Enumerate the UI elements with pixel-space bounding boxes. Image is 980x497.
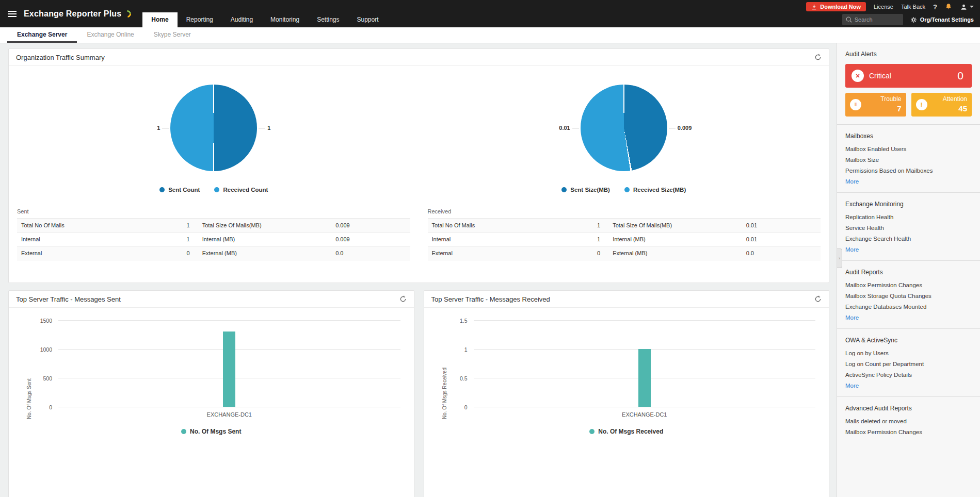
table-title: Received bbox=[428, 208, 821, 214]
trouble-count: 7 bbox=[880, 104, 901, 114]
sidebar-link[interactable]: Mailbox Permission Changes bbox=[845, 282, 972, 288]
table-row: External 0 External (MB) 0.0 bbox=[428, 246, 821, 260]
nav-tab-auditing[interactable]: Auditing bbox=[222, 12, 262, 27]
more-link[interactable]: More bbox=[845, 246, 972, 253]
app-window: Exchange Reporter Plus Home Reporting Au… bbox=[0, 0, 980, 497]
topbar-right: Download Now License Talk Back ? bbox=[806, 0, 980, 27]
pie-value-label: 0.01 bbox=[559, 125, 570, 131]
license-link[interactable]: License bbox=[874, 4, 893, 10]
subtab-exchange-server[interactable]: Exchange Server bbox=[7, 27, 77, 43]
subtab-skype-server[interactable]: Skype Server bbox=[144, 27, 201, 43]
sidebar-section-advanced-audit-reports: Advanced Audit Reports Mails deleted or … bbox=[845, 405, 972, 435]
sent-size-dot bbox=[561, 187, 567, 192]
nav-tab-reporting[interactable]: Reporting bbox=[178, 12, 222, 27]
help-icon[interactable]: ? bbox=[933, 3, 937, 11]
gridline: 1.5 bbox=[474, 320, 816, 321]
pie-value-label: 1 bbox=[267, 125, 270, 131]
gridline: 1500 bbox=[58, 320, 400, 321]
sidebar-link[interactable]: Permissions Based on Mailboxes bbox=[845, 168, 972, 174]
y-tick-label: 0 bbox=[49, 404, 52, 410]
critical-count: 0 bbox=[957, 70, 966, 82]
panel-title: Organization Traffic Summary bbox=[16, 54, 105, 61]
server-subtabs: Exchange Server Exchange Online Skype Se… bbox=[0, 27, 980, 43]
attention-alert[interactable]: ! Attention 45 bbox=[911, 93, 972, 117]
nav-tab-monitoring[interactable]: Monitoring bbox=[262, 12, 308, 27]
sidebar-link[interactable]: Mailbox Permission Changes bbox=[845, 429, 972, 435]
gridline: 0 bbox=[58, 407, 400, 407]
sidebar-section-audit-reports: Audit Reports Mailbox Permission Changes… bbox=[845, 269, 972, 321]
messages-sent-panel: Top Server Traffic - Messages Sent No. O… bbox=[8, 290, 414, 497]
user-menu[interactable] bbox=[960, 3, 974, 11]
messages-sent-chart: No. Of Msgs Sent 1500 1000 500 0 EXCHANG… bbox=[9, 320, 414, 418]
sidebar-collapse-handle[interactable]: › bbox=[837, 248, 842, 268]
notifications-icon[interactable] bbox=[945, 3, 952, 10]
pie-value-label: 1 bbox=[157, 125, 160, 131]
more-link[interactable]: More bbox=[845, 314, 972, 321]
count-pie-block: 1 1 Sent Count Received Count bbox=[9, 85, 419, 193]
download-now-button[interactable]: Download Now bbox=[806, 2, 866, 11]
sidebar-section-owa-activesync: OWA & ActiveSync Log on by Users Log on … bbox=[845, 337, 972, 389]
plot-area: 1.5 1 0.5 0 bbox=[474, 320, 816, 407]
received-summary-table: Received Total No Of Mails 1 Total Size … bbox=[428, 208, 821, 260]
trouble-pause-icon: ‖ bbox=[850, 99, 861, 110]
sidebar-link[interactable]: Mailbox Storage Quota Changes bbox=[845, 293, 972, 299]
sidebar-link[interactable]: Exchange Databases Mounted bbox=[845, 304, 972, 310]
size-pie-legend: Sent Size(MB) Received Size(MB) bbox=[561, 187, 686, 193]
sidebar-link[interactable]: Replication Health bbox=[845, 214, 972, 220]
nav-tab-settings[interactable]: Settings bbox=[308, 12, 348, 27]
refresh-icon[interactable] bbox=[399, 295, 407, 303]
dashboard-main: Organization Traffic Summary 1 1 Sent C bbox=[0, 43, 837, 497]
traffic-summary-panel: Organization Traffic Summary 1 1 Sent C bbox=[8, 48, 829, 283]
main-nav: Home Reporting Auditing Monitoring Setti… bbox=[142, 12, 387, 27]
pie-value-label: 0.009 bbox=[678, 125, 692, 131]
critical-x-icon: × bbox=[852, 70, 864, 82]
sent-count-dot bbox=[159, 187, 165, 192]
attention-count: 45 bbox=[943, 104, 967, 114]
sidebar-section-exchange-monitoring: Exchange Monitoring Replication Health S… bbox=[845, 201, 972, 253]
more-link[interactable]: More bbox=[845, 178, 972, 185]
refresh-icon[interactable] bbox=[814, 54, 822, 61]
sidebar-link[interactable]: Exchange Search Health bbox=[845, 236, 972, 242]
x-category-label: EXCHANGE-DC1 bbox=[58, 411, 400, 418]
y-tick-label: 500 bbox=[43, 375, 52, 382]
attention-exclamation-icon: ! bbox=[916, 99, 927, 110]
menu-icon[interactable] bbox=[0, 0, 24, 27]
chart-legend: No. Of Msgs Sent bbox=[9, 428, 414, 435]
y-tick-label: 1500 bbox=[40, 318, 52, 324]
legend-dot bbox=[589, 429, 595, 434]
trouble-alert[interactable]: ‖ Trouble 7 bbox=[845, 93, 906, 117]
messages-received-bar[interactable] bbox=[638, 349, 651, 407]
nav-tab-home[interactable]: Home bbox=[142, 12, 177, 27]
x-category-label: EXCHANGE-DC1 bbox=[474, 411, 816, 418]
chart-legend: No. Of Msgs Received bbox=[424, 428, 829, 435]
sidebar-link[interactable]: Mailbox Enabled Users bbox=[845, 146, 972, 152]
app-logo: Exchange Reporter Plus bbox=[24, 0, 131, 27]
size-pie-chart[interactable] bbox=[581, 85, 667, 171]
table-row: Total No Of Mails 1 Total Size Of Mails(… bbox=[17, 219, 410, 233]
search-icon bbox=[845, 16, 853, 23]
table-row: Total No Of Mails 1 Total Size Of Mails(… bbox=[428, 219, 821, 233]
y-tick-label: 1 bbox=[464, 346, 468, 353]
nav-tab-support[interactable]: Support bbox=[348, 12, 388, 27]
critical-alert[interactable]: × Critical 0 bbox=[845, 64, 972, 88]
received-size-dot bbox=[624, 187, 630, 192]
messages-received-panel: Top Server Traffic - Messages Received N… bbox=[424, 290, 830, 497]
sidebar-link[interactable]: Service Health bbox=[845, 225, 972, 231]
org-tenant-settings-button[interactable]: Org/Tenant Settings bbox=[910, 16, 974, 23]
count-pie-chart[interactable] bbox=[170, 85, 257, 171]
user-icon bbox=[960, 3, 968, 11]
plot-area: 1500 1000 500 0 bbox=[58, 320, 400, 407]
more-link[interactable]: More bbox=[845, 383, 972, 389]
sidebar-link[interactable]: Mailbox Size bbox=[845, 157, 972, 163]
sidebar-link[interactable]: Log on Count per Department bbox=[845, 361, 972, 367]
sent-summary-table: Sent Total No Of Mails 1 Total Size Of M… bbox=[17, 208, 410, 260]
messages-sent-bar[interactable] bbox=[223, 332, 235, 407]
refresh-icon[interactable] bbox=[814, 295, 822, 303]
sidebar-link[interactable]: Log on by Users bbox=[845, 350, 972, 356]
sidebar-link[interactable]: Mails deleted or moved bbox=[845, 418, 972, 424]
talkback-link[interactable]: Talk Back bbox=[901, 4, 925, 10]
subtab-exchange-online[interactable]: Exchange Online bbox=[77, 27, 143, 43]
y-tick-label: 1.5 bbox=[460, 318, 468, 324]
audit-alerts-title: Audit Alerts bbox=[845, 51, 972, 58]
sidebar-link[interactable]: ActiveSync Policy Details bbox=[845, 372, 972, 378]
